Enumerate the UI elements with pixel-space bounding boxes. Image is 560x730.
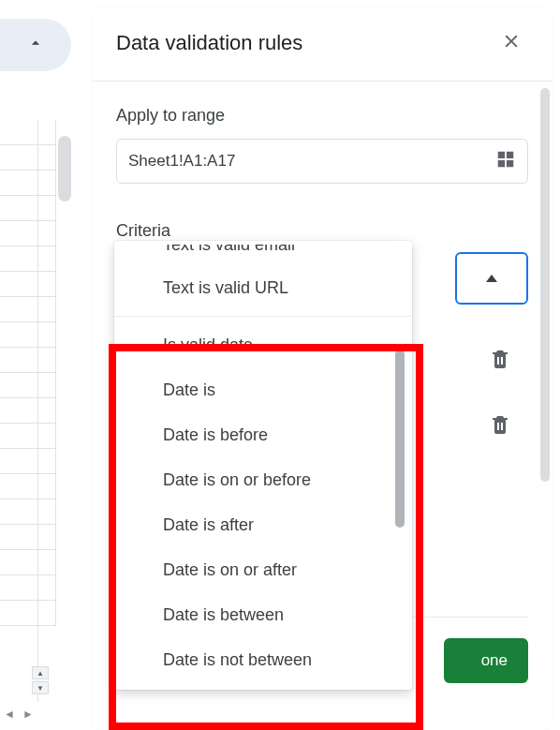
criteria-option[interactable]: Date is	[114, 367, 412, 412]
done-button-label: one	[481, 651, 508, 670]
sheet-horizontal-scroll[interactable]: ◄►	[4, 708, 34, 721]
delete-rule-button[interactable]	[489, 413, 515, 439]
criteria-label: Criteria	[116, 221, 528, 241]
chevron-up-icon	[26, 34, 45, 56]
criteria-select[interactable]	[455, 252, 528, 305]
dropdown-scrollbar[interactable]	[395, 350, 405, 528]
criteria-option[interactable]: Text is valid URL	[114, 265, 412, 310]
data-validation-panel: Data validation rules Apply to range Cri…	[92, 7, 553, 730]
criteria-option[interactable]: Date is on or before	[114, 457, 412, 502]
close-button[interactable]	[494, 26, 528, 60]
trash-icon	[489, 423, 511, 439]
triangle-up-icon	[486, 275, 497, 282]
criteria-option[interactable]: Date is on or after	[114, 547, 412, 592]
dropdown-divider	[114, 316, 412, 317]
criteria-option-cutoff[interactable]: Text is valid email	[114, 245, 412, 263]
criteria-option[interactable]: Date is after	[114, 502, 412, 547]
spreadsheet-grid	[0, 120, 56, 730]
row-stepper[interactable]: ▲ ▼	[32, 666, 58, 696]
range-input[interactable]	[128, 152, 495, 171]
done-button[interactable]: one	[444, 638, 528, 683]
range-input-wrap[interactable]	[116, 139, 528, 184]
trash-icon	[489, 357, 511, 373]
criteria-dropdown: Text is valid email Text is valid URL Is…	[114, 241, 412, 690]
close-icon	[501, 31, 522, 55]
criteria-option[interactable]: Is valid date	[114, 322, 412, 367]
grid-scrollbar[interactable]	[58, 136, 71, 201]
delete-rule-button[interactable]	[489, 348, 515, 374]
criteria-option[interactable]: Date is not between	[114, 637, 412, 682]
criteria-option[interactable]: Date is before	[114, 412, 412, 457]
apply-to-range-label: Apply to range	[116, 106, 528, 126]
criteria-option[interactable]: Date is between	[114, 592, 412, 637]
collapse-toggle[interactable]	[0, 19, 71, 71]
panel-title: Data validation rules	[116, 31, 302, 55]
panel-header: Data validation rules	[92, 7, 553, 82]
grid-picker-icon[interactable]	[495, 149, 516, 173]
